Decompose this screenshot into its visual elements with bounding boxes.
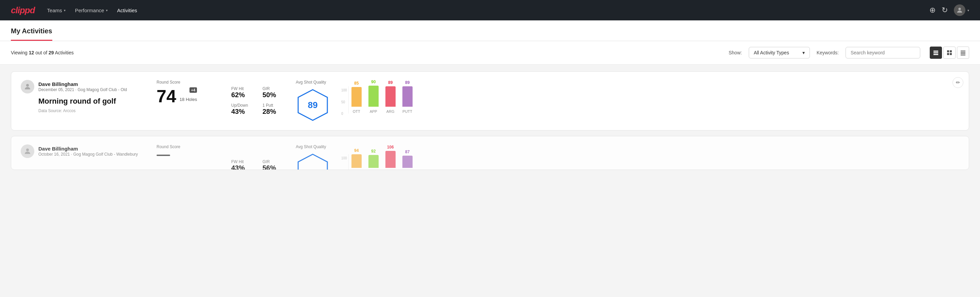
stat-grid: FW Hit 43% GIR 56% — [231, 160, 286, 170]
search-input[interactable] — [846, 47, 920, 59]
bar-arg-label: ARG — [387, 109, 395, 113]
svg-rect-10 — [961, 53, 966, 54]
header: clippd Teams ▾ Performance ▾ Activities … — [0, 0, 980, 21]
bar-app: 92 APP — [368, 149, 379, 170]
stat-grid: FW Hit 62% GIR 50% Up/Down 43% 1 Putt 28… — [231, 86, 286, 115]
fw-hit-label: FW Hit — [231, 86, 255, 91]
card-top: Dave Billingham December 05, 2021 · Gog … — [21, 80, 959, 122]
score-value: 74 — [156, 87, 176, 105]
y-axis-100: 100 — [341, 156, 347, 160]
holes-value: 18 Holes — [180, 97, 197, 102]
viewing-total: 29 — [49, 50, 54, 55]
y-axis-50: 50 — [341, 100, 347, 104]
shot-quality-hexagon — [296, 153, 330, 170]
user-date: December 05, 2021 · Gog Magog Golf Club … — [38, 87, 127, 92]
bar-arg-value: 89 — [388, 80, 393, 85]
nav-teams[interactable]: Teams ▾ — [47, 8, 65, 13]
keywords-label: Keywords: — [817, 50, 839, 55]
svg-rect-9 — [961, 52, 966, 53]
svg-rect-5 — [950, 50, 952, 52]
bar-ott: 94 OTT — [352, 148, 362, 170]
fw-hit-value: 62% — [231, 91, 255, 99]
bar-app-label: APP — [370, 109, 377, 113]
round-score-label: Round Score — [156, 80, 224, 85]
score-badge: +4 — [189, 87, 197, 93]
activity-card: ✏ Dave Billingham December 05, 2021 · Go… — [11, 71, 969, 131]
bar-arg: 89 ARG — [385, 80, 396, 113]
activity-title: Morning round of golf — [38, 97, 156, 106]
svg-point-12 — [26, 84, 29, 87]
activity-type-dropdown[interactable]: All Activity Types ▾ — [749, 47, 810, 59]
stat-item-1putt: 1 Putt 28% — [262, 103, 286, 115]
nav-activities[interactable]: Activities — [117, 8, 137, 13]
nav-performance-label: Performance — [75, 8, 104, 13]
list-compact-view-button[interactable] — [930, 46, 942, 59]
svg-rect-7 — [950, 53, 952, 55]
svg-rect-3 — [934, 54, 938, 55]
header-right: ⊕ ↻ ▾ — [929, 5, 969, 16]
gir-label: GIR — [262, 86, 286, 91]
1putt-value: 28% — [262, 108, 286, 115]
stat-item-gir: GIR 50% — [262, 86, 286, 99]
grid-view-button[interactable] — [943, 46, 956, 59]
chevron-down-icon: ▾ — [64, 8, 65, 12]
gir-value: 50% — [262, 91, 286, 99]
filter-bar: Viewing 12 out of 29 Activities Show: Al… — [0, 41, 980, 65]
chevron-down-icon: ▾ — [106, 8, 108, 12]
bar-arg: 106 ARG — [385, 145, 396, 170]
score-row: 74 +4 18 Holes — [156, 87, 224, 106]
round-score-section: Round Score — [156, 144, 224, 156]
viewing-text: Viewing 12 out of 29 Activities — [11, 50, 722, 55]
nav-teams-label: Teams — [47, 8, 62, 13]
view-toggle — [930, 46, 969, 59]
svg-marker-15 — [298, 154, 327, 170]
shot-quality-section: Avg Shot Quality 100 94 — [296, 144, 959, 170]
svg-rect-1 — [934, 51, 938, 52]
user-row: Dave Billingham October 16, 2021 · Gog M… — [21, 144, 156, 158]
bar-putt-label: PUTT — [402, 109, 412, 113]
activities-list: ✏ Dave Billingham December 05, 2021 · Go… — [0, 65, 980, 182]
chevron-down-icon: ▾ — [802, 50, 805, 55]
card-user-section: Dave Billingham December 05, 2021 · Gog … — [21, 80, 156, 113]
stat-item-fw-hit: FW Hit 62% — [231, 86, 255, 99]
bar-ott-label: OTT — [353, 109, 360, 113]
shot-quality-group: Avg Shot Quality — [296, 144, 330, 170]
activity-type-label: All Activity Types — [754, 50, 789, 55]
refresh-icon[interactable]: ↻ — [942, 6, 948, 14]
page-title-bar: My Activities — [0, 21, 980, 41]
card-top: Dave Billingham October 16, 2021 · Gog M… — [21, 144, 959, 170]
chevron-down-icon: ▾ — [967, 8, 969, 12]
shot-quality-bar-chart: 100 50 0 85 OTT — [338, 86, 959, 115]
show-label: Show: — [729, 50, 742, 55]
bar-putt: 89 PUTT — [402, 80, 412, 113]
y-axis-100: 100 — [341, 88, 347, 92]
y-axis-0: 0 — [341, 112, 347, 115]
nav-performance[interactable]: Performance ▾ — [75, 8, 108, 13]
list-detail-view-button[interactable] — [957, 46, 969, 59]
add-circle-icon[interactable]: ⊕ — [929, 6, 935, 14]
svg-rect-6 — [947, 53, 949, 55]
bar-ott: 85 OTT — [352, 81, 362, 113]
svg-rect-8 — [961, 51, 966, 51]
user-name: Dave Billingham — [38, 146, 138, 152]
page-title: My Activities — [11, 21, 52, 41]
user-name: Dave Billingham — [38, 81, 127, 87]
header-left: clippd Teams ▾ Performance ▾ Activities — [11, 5, 137, 16]
bar-ott-value: 85 — [354, 81, 359, 86]
data-source: Data Source: Arccos — [38, 109, 156, 113]
user-row: Dave Billingham December 05, 2021 · Gog … — [21, 80, 156, 93]
shot-quality-hexagon: 89 — [296, 88, 330, 122]
1putt-label: 1 Putt — [262, 103, 286, 108]
edit-button[interactable]: ✏ — [953, 77, 963, 88]
account-menu-button[interactable]: ▾ — [954, 5, 969, 16]
logo[interactable]: clippd — [11, 5, 35, 16]
svg-rect-2 — [934, 52, 938, 53]
stat-item-fw-hit: FW Hit 43% — [231, 160, 255, 170]
stat-item-updown: Up/Down 43% — [231, 103, 255, 115]
shot-quality-bar-chart: 100 94 OTT 92 APP — [338, 154, 959, 170]
avatar — [21, 80, 34, 93]
updown-label: Up/Down — [231, 103, 255, 108]
user-info: Dave Billingham October 16, 2021 · Gog M… — [38, 146, 138, 156]
stat-item-gir: GIR 56% — [262, 160, 286, 170]
svg-rect-11 — [961, 55, 966, 55]
